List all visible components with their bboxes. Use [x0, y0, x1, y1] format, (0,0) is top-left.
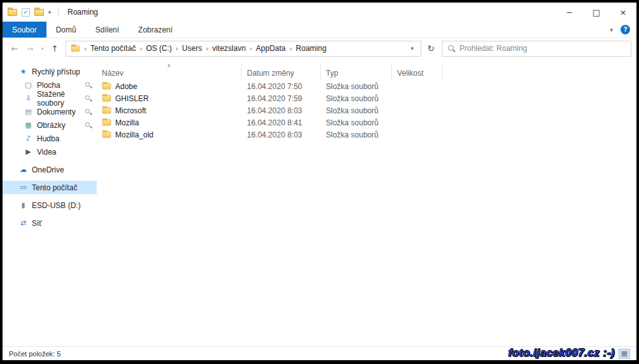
app-folder-icon: [8, 9, 17, 16]
tab-soubor[interactable]: Soubor: [3, 22, 46, 38]
breadcrumb-separator-icon[interactable]: ›: [136, 45, 146, 52]
file-type-cell: Složka souborů: [321, 130, 392, 139]
sidebar-item-label: Plocha: [37, 81, 60, 90]
sort-ascending-icon: ∧: [167, 62, 171, 69]
search-box[interactable]: [442, 41, 631, 57]
column-header-date[interactable]: Datum změny: [242, 64, 321, 80]
column-header-label: Datum změny: [247, 69, 294, 78]
breadcrumb-item[interactable]: › AppData: [246, 44, 286, 53]
breadcrumb-item[interactable]: › OS (C:): [136, 44, 172, 53]
sidebar-item-label: Stažené soubory: [37, 90, 85, 108]
breadcrumb-separator-icon[interactable]: ›: [80, 45, 90, 52]
file-date-cell: 16.04.2020 7:59: [242, 94, 321, 103]
search-input[interactable]: [460, 44, 625, 53]
titlebar: ✓ ▾ Roaming − □ ×: [3, 3, 636, 22]
sidebar-item-icon: ♪: [23, 134, 34, 143]
sidebar-item[interactable]: ⇄ Síť: [3, 216, 97, 230]
table-row[interactable]: Adobe 16.04.2020 7:50 Složka souborů: [97, 80, 636, 92]
sidebar-item-icon: ▶: [23, 148, 34, 156]
table-row[interactable]: Mozilla 16.04.2020 8:41 Složka souborů: [97, 116, 636, 129]
file-type-cell: Složka souborů: [321, 82, 392, 91]
address-row: ← → ▾ ↑ › Tento počítač › OS (: [3, 38, 636, 59]
file-name-cell: Mozilla_old: [97, 130, 242, 139]
minimize-button[interactable]: −: [556, 3, 583, 22]
table-row[interactable]: Mozilla_old 16.04.2020 8:03 Složka soubo…: [97, 129, 636, 141]
sidebar-item[interactable]: ⇩ Stažené soubory: [3, 92, 97, 105]
sidebar-item-label: Tento počítač: [32, 183, 77, 192]
back-button[interactable]: ←: [8, 44, 22, 53]
sidebar-item[interactable]: ♪ Hudba: [3, 132, 97, 145]
qat-new-folder-icon[interactable]: [34, 9, 44, 16]
search-icon: [448, 45, 455, 52]
folder-icon: [102, 83, 111, 90]
file-date-cell: 16.04.2020 8:03: [242, 130, 321, 139]
qat-divider: [58, 8, 59, 17]
sidebar-item-icon: ▮: [18, 201, 29, 209]
table-row[interactable]: Microsoft 16.04.2020 8:03 Složka souborů: [97, 104, 636, 116]
sidebar-item[interactable]: ▶ Videa: [3, 145, 97, 158]
sidebar-item-icon: ★: [18, 67, 29, 76]
history-dropdown-icon[interactable]: ▾: [38, 46, 46, 52]
column-header-label: Typ: [326, 69, 338, 78]
sidebar-item-icon: ▢: [23, 81, 34, 89]
qat-properties-icon[interactable]: ✓: [22, 8, 30, 17]
sidebar-item[interactable]: ▦ Obrázky: [3, 118, 97, 132]
breadcrumb-label: Users: [182, 44, 202, 53]
file-date-cell: 16.04.2020 8:41: [242, 118, 321, 127]
quick-access-toolbar: ✓ ▾ Roaming: [8, 8, 98, 17]
table-row[interactable]: GHISLER 16.04.2020 7:59 Složka souborů: [97, 92, 636, 104]
breadcrumb-item[interactable]: › Tento počítač: [80, 44, 136, 53]
sidebar-item-icon: ▦: [23, 121, 34, 129]
explorer-window: ✓ ▾ Roaming − □ × Soubor Domů Sdílení Zo…: [3, 3, 636, 360]
column-header-size[interactable]: Velikost: [392, 64, 443, 80]
pin-icon: [85, 122, 91, 128]
file-date-cell: 16.04.2020 7:50: [242, 82, 321, 91]
breadcrumb-separator-icon[interactable]: ›: [202, 45, 212, 52]
file-name: Adobe: [115, 82, 137, 91]
breadcrumb-label: Tento počítač: [90, 44, 136, 53]
file-name: GHISLER: [115, 94, 149, 103]
forward-button[interactable]: →: [23, 44, 37, 53]
close-button[interactable]: ×: [610, 3, 636, 22]
tab-zobrazeni[interactable]: Zobrazení: [129, 22, 182, 38]
file-rows: Adobe 16.04.2020 7:50 Složka souborů GHI…: [97, 80, 636, 141]
breadcrumb-separator-icon[interactable]: ›: [246, 45, 256, 52]
up-button[interactable]: ↑: [48, 44, 62, 53]
tab-domu[interactable]: Domů: [46, 22, 86, 38]
screenshot-frame: ✓ ▾ Roaming − □ × Soubor Domů Sdílení Zo…: [0, 0, 639, 364]
breadcrumb-item[interactable]: › Roaming: [286, 44, 327, 53]
maximize-button[interactable]: □: [583, 3, 610, 22]
breadcrumb-separator-icon[interactable]: ›: [286, 45, 296, 52]
breadcrumb-item[interactable]: › Users: [172, 44, 202, 53]
sidebar-item-label: ESD-USB (D:): [32, 201, 81, 210]
breadcrumb-separator-icon[interactable]: ›: [172, 45, 182, 52]
breadcrumb-label: Roaming: [296, 44, 327, 53]
address-dropdown-icon[interactable]: ▾: [405, 45, 419, 52]
sidebar-item-icon: ⇄: [18, 219, 29, 227]
window-title: Roaming: [67, 8, 98, 17]
breadcrumb-item[interactable]: › vitezslavn: [202, 44, 246, 53]
column-header-name[interactable]: ∧ Název: [97, 64, 242, 80]
qat-customize-caret-icon[interactable]: ▾: [48, 10, 51, 15]
expand-ribbon-icon[interactable]: ▾: [610, 27, 613, 33]
watermark: foto.ijacek007.cz :-): [509, 347, 615, 360]
tab-sdileni[interactable]: Sdílení: [86, 22, 129, 38]
file-type-cell: Složka souborů: [321, 106, 392, 115]
sidebar-item[interactable]: ★ Rychlý přístup: [3, 65, 97, 78]
address-bar[interactable]: › Tento počítač › OS (C:) › Users: [66, 41, 421, 57]
pin-icon: [85, 95, 91, 101]
file-name-cell: Microsoft: [97, 106, 242, 115]
file-type-cell: Složka souborů: [321, 118, 392, 127]
thumbnails-view-icon[interactable]: ▦: [619, 349, 630, 359]
column-header-type[interactable]: Typ: [321, 64, 392, 80]
sidebar-item[interactable]: ☁ OneDrive: [3, 163, 97, 176]
sidebar-item[interactable]: ▮ ESD-USB (D:): [3, 199, 97, 212]
file-name: Microsoft: [115, 106, 146, 115]
sidebar-item[interactable]: ▭ Tento počítač: [3, 181, 97, 194]
file-name-cell: GHISLER: [97, 94, 242, 103]
sidebar-item-label: Obrázky: [37, 121, 66, 130]
folder-icon: [102, 120, 111, 126]
help-icon[interactable]: ?: [621, 25, 630, 34]
refresh-icon[interactable]: ↻: [423, 43, 439, 53]
sidebar-item-icon: ▤: [23, 108, 34, 116]
